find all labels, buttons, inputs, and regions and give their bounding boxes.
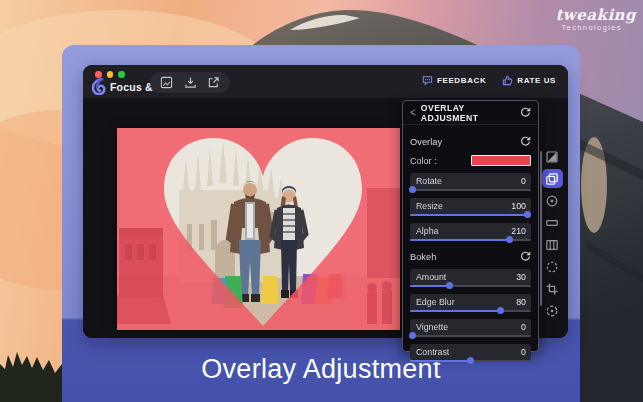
app-window: Focus & Blur [83, 65, 568, 338]
slider-value: 100 [511, 201, 526, 211]
slider-row: Alpha 210 [410, 223, 531, 239]
slider-row: Rotate 0 [410, 173, 531, 189]
zoom-button[interactable] [118, 71, 125, 78]
panel-reset-icon[interactable] [520, 107, 531, 118]
slider-value: 30 [516, 272, 526, 282]
bokeh-reset-icon[interactable] [520, 251, 531, 262]
slider-fill [410, 360, 471, 362]
traffic-lights [95, 71, 125, 78]
slider-track[interactable] [410, 285, 531, 287]
slider-track[interactable] [410, 239, 531, 241]
slider-label: Amount [416, 272, 446, 282]
titlebar-toolbar [150, 72, 230, 93]
color-label: Color : [410, 156, 471, 166]
slider-row: Amount 30 [410, 269, 531, 285]
tool-crop-icon[interactable] [542, 279, 563, 298]
column-grid-icon [545, 238, 559, 252]
rate-us-label: RATE US [517, 76, 556, 85]
tweaking-technologies-logo: tweaking Technologies [555, 8, 636, 32]
slider-track[interactable] [410, 189, 531, 191]
tool-radial-focus-icon[interactable] [542, 191, 563, 210]
tool-column-grid-icon[interactable] [542, 235, 563, 254]
app-logo-icon [91, 78, 107, 95]
slider-label: Contrast [416, 347, 449, 357]
open-image-icon[interactable] [160, 76, 173, 89]
tool-linear-band-icon[interactable] [542, 213, 563, 232]
slider-track[interactable] [410, 335, 531, 337]
feedback-button[interactable]: FEEDBACK [422, 75, 486, 86]
slider-value: 0 [521, 176, 526, 186]
slider-track[interactable] [410, 214, 531, 216]
radial-focus-icon [545, 194, 559, 208]
overlay-frames-icon [545, 172, 559, 186]
slider-track[interactable] [410, 310, 531, 312]
minimize-button[interactable] [107, 71, 114, 78]
slider-label: Edge Blur [416, 297, 455, 307]
slider-label: Rotate [416, 176, 442, 186]
rate-us-button[interactable]: RATE US [502, 75, 556, 86]
crop-icon [545, 282, 559, 296]
thumbs-up-icon [502, 75, 513, 86]
slider-thumb[interactable] [446, 282, 453, 289]
overlay-adjustment-panel: < OVERLAY ADJUSMENT Overlay Color : [402, 100, 539, 352]
save-download-icon[interactable] [184, 76, 197, 89]
heart-overlay-photo [117, 128, 400, 330]
slider-fill [410, 214, 527, 216]
feedback-chat-icon [422, 75, 433, 86]
overlay-color-swatch[interactable] [471, 155, 531, 166]
brand-script-text: tweaking [555, 8, 636, 23]
slider-value: 80 [516, 297, 526, 307]
slider-value: 0 [521, 347, 526, 357]
feedback-label: FEEDBACK [437, 76, 486, 85]
overlay-reset-icon[interactable] [520, 136, 531, 147]
titlebar: Focus & Blur [83, 65, 568, 98]
export-share-icon[interactable] [207, 76, 220, 89]
focus-point-icon [545, 304, 559, 318]
slider-label: Resize [416, 201, 443, 211]
tool-focus-point-icon[interactable] [542, 301, 563, 320]
slider-fill [410, 239, 509, 241]
slider-label: Alpha [416, 226, 439, 236]
bokeh-sliders: Amount 30 Edge Blur 80 Vignette 0 Contra… [410, 269, 531, 360]
panel-header: < OVERLAY ADJUSMENT [403, 101, 538, 125]
slider-thumb[interactable] [409, 186, 416, 193]
slider-track[interactable] [410, 360, 531, 362]
back-chevron-icon[interactable]: < [410, 108, 416, 118]
section-title: Overlay [410, 137, 442, 147]
slider-label: Vignette [416, 322, 448, 332]
tool-overlay-frames-icon[interactable] [542, 169, 563, 188]
slider-thumb[interactable] [409, 332, 416, 339]
slider-thumb[interactable] [524, 211, 531, 218]
linear-band-icon [545, 216, 559, 230]
slider-value: 210 [511, 226, 526, 236]
titlebar-right-links: FEEDBACK RATE US [422, 75, 556, 86]
slider-row: Resize 100 [410, 198, 531, 214]
tool-diagonal-split-icon[interactable] [542, 147, 563, 166]
panel-title: OVERLAY ADJUSMENT [421, 103, 515, 123]
dashed-circle-icon [545, 260, 559, 274]
panel-body: Overlay Color : Rotate 0 Resize 100 [403, 125, 538, 360]
overlay-sliders: Rotate 0 Resize 100 Alpha 210 [410, 173, 531, 239]
slider-thumb[interactable] [506, 236, 513, 243]
slider-thumb[interactable] [497, 307, 504, 314]
slider-fill [410, 285, 450, 287]
panel-scrollbar[interactable] [540, 151, 542, 306]
section-bokeh-header: Bokeh [410, 248, 531, 265]
side-toolbar [539, 147, 565, 320]
brand-sub-text: Technologies [561, 24, 636, 32]
section-overlay-header: Overlay [410, 133, 531, 150]
slider-fill [410, 310, 501, 312]
diagonal-split-icon [545, 150, 559, 164]
close-button[interactable] [95, 71, 102, 78]
section-title: Bokeh [410, 252, 436, 262]
slider-row: Vignette 0 [410, 319, 531, 335]
slider-value: 0 [521, 322, 526, 332]
photo-preview[interactable] [117, 128, 400, 330]
color-row: Color : [410, 152, 531, 169]
tool-dashed-circle-icon[interactable] [542, 257, 563, 276]
screenshot-root: tweaking Technologies Overlay Adjustment… [0, 0, 643, 402]
slider-row: Contrast 0 [410, 344, 531, 360]
slider-row: Edge Blur 80 [410, 294, 531, 310]
